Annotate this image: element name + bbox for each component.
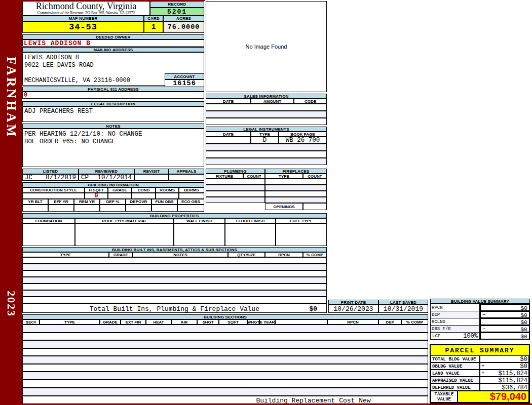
yrblt-header: YR BLT [22, 199, 48, 205]
record-label: RECORD [150, 1, 204, 8]
legal-instruments-row [206, 151, 327, 158]
taxable-label-line: VALUE [437, 397, 451, 402]
legal-description-box: ADJ PREACHERS REST [22, 106, 204, 122]
sales-code-header: CODE [294, 99, 327, 104]
bvs-lcf-label: LCF [432, 334, 440, 339]
bs-shgt-header: SHGT [197, 319, 219, 325]
bvs-obsfe-cell: − $0 [480, 325, 530, 333]
reviewed-date: 10/1/2014 [97, 174, 132, 181]
notes-label: NOTES [22, 124, 204, 129]
taxable-label-line: TAXABLE [435, 392, 454, 397]
built-ins-row [22, 264, 327, 270]
commissioner-line: Commissioner of the Revenue, PO Box 365,… [23, 11, 149, 15]
reviewed-by: CP [81, 174, 89, 181]
property-record-card: FARNHAM 2023 Richmond County, Virginia C… [0, 0, 532, 405]
listed-by: JC [25, 174, 32, 181]
legal-instruments-title: LEGAL INSTRUMENTS [206, 127, 327, 132]
ps-land-value: $115,824 [498, 370, 527, 377]
ps-appraised-cell: $115,824 [480, 377, 529, 384]
construction-style-header: CONSTRUCTION STYLE [22, 187, 85, 193]
account-value: 16156 [165, 79, 204, 87]
reviewed-label: REVIEWED [79, 169, 134, 174]
openings-label: OPENINGS [265, 203, 303, 210]
effyr-value [48, 205, 74, 212]
sales-information-title: SALES INFORMATION [206, 94, 327, 99]
district-sidebar: FARNHAM 2023 [0, 0, 22, 405]
bs-sec-header: SEC# [22, 319, 40, 325]
built-ins-row [22, 277, 327, 284]
building-sections-footer-row: Building Replacement Cost New [22, 396, 428, 404]
fuel-type-value [276, 223, 327, 246]
fireplaces-row [265, 191, 327, 197]
deeded-owner-value: LEWIS ADDISON B [22, 39, 204, 47]
building-properties-title: BUILDING PROPERTIES [22, 213, 327, 218]
ecoobs-value [177, 205, 204, 212]
wall-finish-value [174, 223, 225, 246]
reviewed-value: CP 10/1/2014 [79, 174, 134, 181]
built-ins-row [22, 297, 327, 303]
bi-rpcn-header: RPCN [265, 252, 303, 257]
bi-notes-header: NOTES [133, 252, 228, 257]
mailing-address-label: MAILING ADDRESS [22, 47, 204, 52]
li-bookpage-header: BOOK PAGE [279, 132, 327, 137]
building-sections-row [22, 356, 428, 364]
fixture-header: FIXTURE [206, 174, 243, 179]
photo-placeholder: No Image Found [206, 1, 327, 92]
bvs-op: − [482, 312, 486, 318]
legal-instruments-row [206, 158, 327, 165]
sales-amount-header: AMOUNT [251, 99, 294, 104]
ps-land-label: LAND VALUE [431, 370, 480, 377]
last-saved-label: LAST SAVED [378, 300, 428, 305]
physical-911-value: 0 [22, 92, 204, 99]
account-label: ACCOUNT [165, 73, 204, 79]
roof-value [75, 223, 174, 246]
roof-header: ROOF TYPE/MATERIAL [75, 218, 174, 223]
building-sections-row [22, 348, 428, 356]
fireplaces-title: FIREPLACES [265, 169, 327, 174]
bs-spacer-header [275, 319, 327, 325]
bs-type-header: TYPE [40, 319, 100, 325]
taxable-value: $79,040 [458, 391, 529, 402]
bs-heat-header: HEAT [146, 319, 171, 325]
built-ins-title: BUILDING BUILT INS, BASEMENTS, ATTICS & … [22, 247, 327, 252]
bvs-rpcn-label: RPCN [430, 304, 480, 311]
bs-air-header: AIR [171, 319, 197, 325]
bi-type-header: TYPE [22, 252, 109, 257]
county-header-box: Richmond County, Virginia Commissioner o… [22, 1, 150, 16]
remyr-value [74, 205, 100, 212]
deeded-owner-label: DEEDED OWNER [22, 34, 204, 39]
bs-grade-header: GRADE [100, 319, 121, 325]
county-name: Richmond County, Virginia [23, 2, 149, 11]
fireplace-count-header: COUNT [303, 174, 327, 179]
built-ins-row [22, 290, 327, 297]
bs-whgt-header: WHGT [247, 319, 259, 325]
remyr-header: REM YR [74, 199, 100, 205]
fireplaces-row [265, 179, 327, 185]
built-ins-total-row: Total Built Ins, Plumbing & Fireplace Va… [22, 303, 327, 313]
rooms-header: ROOMS [156, 187, 179, 193]
building-sections-row [22, 333, 428, 340]
fuel-type-header: FUEL TYPE [276, 218, 327, 223]
building-sections-row [22, 340, 428, 348]
built-ins-row [22, 284, 327, 290]
built-ins-row [22, 257, 327, 264]
funobs-value [151, 205, 177, 212]
bvs-rpcn-cell: $0 [480, 304, 530, 311]
bs-eyear-header: E YEAR [259, 319, 275, 325]
ps-deferred-cell: − $36,784 [480, 384, 529, 391]
construction-style-value [22, 193, 85, 199]
listed-date: 8/1/2019 [46, 174, 76, 181]
yrblt-value [22, 205, 48, 212]
notes-box: PER HEARING 12/21/10: NO CHANGE BOE ORDE… [22, 129, 204, 167]
listed-label: LISTED [22, 169, 79, 174]
legal-description-value: ADJ PREACHERS REST [24, 108, 93, 115]
fireplace-type-header: TYPE [265, 174, 303, 179]
plumbing-row [206, 191, 265, 197]
plumbing-title: PLUMBING [206, 169, 265, 174]
building-sections-row [22, 380, 428, 388]
plumbing-row [206, 197, 265, 203]
bdrms-value [179, 193, 204, 199]
li-bookpage-value: WB 26 700 [279, 137, 327, 144]
ps-op: + [481, 370, 485, 376]
floor-finish-value [225, 223, 276, 246]
